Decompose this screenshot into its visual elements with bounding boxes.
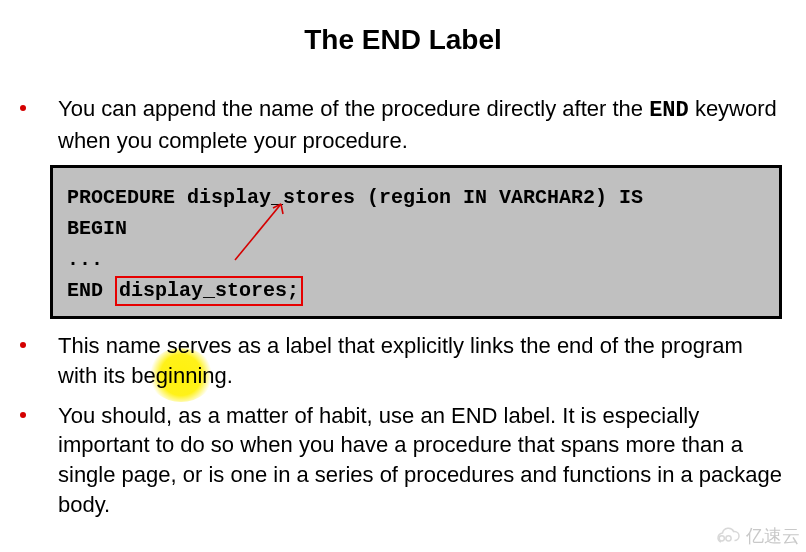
keyword-end: END	[649, 98, 689, 123]
bullet-text-3: You should, as a matter of habit, use an…	[58, 401, 788, 520]
svg-point-0	[719, 536, 724, 541]
bullet-text-2: This name serves as a label that explici…	[58, 331, 788, 390]
bullet-item-3: You should, as a matter of habit, use an…	[12, 401, 788, 520]
slide-title: The END Label	[0, 0, 806, 94]
slide-content: You can append the name of the procedure…	[0, 94, 806, 520]
code-block-container: PROCEDURE display_stores (region IN VARC…	[50, 165, 782, 319]
bullet-item-1: You can append the name of the procedure…	[12, 94, 788, 155]
code-block: PROCEDURE display_stores (region IN VARC…	[50, 165, 782, 319]
cloud-icon	[712, 526, 742, 546]
code-end-label-box: display_stores;	[115, 276, 303, 306]
arrow-annotation-icon	[225, 198, 305, 278]
bullet-dot-icon	[20, 412, 26, 418]
bullet-dot-icon	[20, 342, 26, 348]
svg-point-1	[726, 536, 731, 541]
code-line-1: PROCEDURE display_stores (region IN VARC…	[67, 186, 643, 209]
watermark-text: 亿速云	[746, 524, 800, 548]
bullet-text-1: You can append the name of the procedure…	[58, 94, 788, 155]
bullet-item-2: This name serves as a label that explici…	[12, 331, 788, 390]
code-line-3: ...	[67, 248, 103, 271]
bullet-dot-icon	[20, 105, 26, 111]
watermark: 亿速云	[712, 524, 800, 548]
code-end-keyword: END	[67, 279, 115, 302]
code-line-2: BEGIN	[67, 217, 127, 240]
bullet-1-part1: You can append the name of the procedure…	[58, 96, 649, 121]
